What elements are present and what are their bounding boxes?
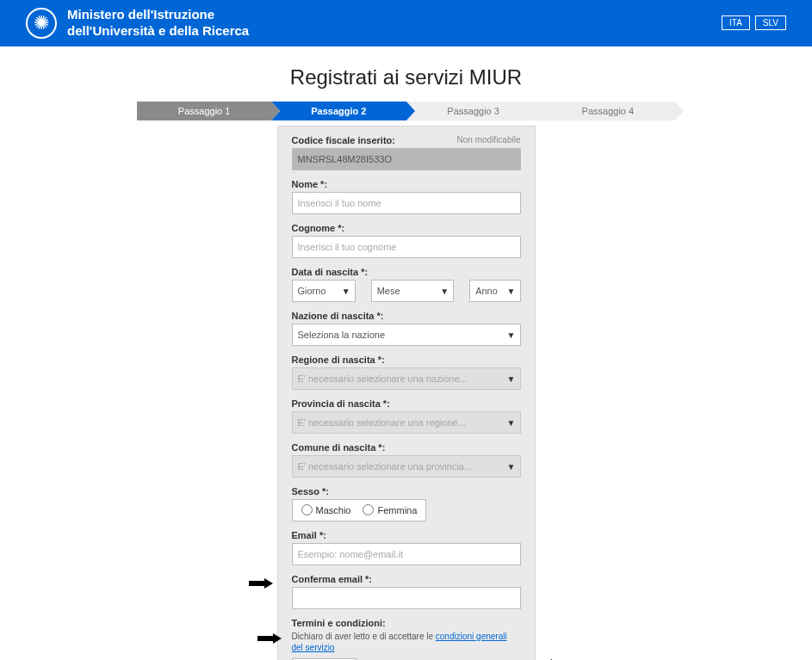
giorno-select[interactable]: Giorno [292,280,356,302]
comune-label: Comune di nascita *: [292,442,521,453]
cf-field-group: Codice fiscale inserito: Non modificabil… [292,135,521,170]
termini-text: Dichiaro di aver letto e di accettare le… [292,631,521,653]
cognome-label: Cognome *: [292,223,521,233]
anno-select[interactable]: Anno [469,280,520,302]
regione-label: Regione di nascita *: [292,355,521,365]
step-1[interactable]: Passaggio 1 [137,102,271,120]
maschio-radio[interactable] [301,504,313,515]
header-title-line2: dell'Università e della Ricerca [67,23,249,40]
sesso-radio-group: Maschio Femmina [292,499,427,521]
nome-label: Nome *: [292,179,521,189]
header-title-line1: Ministero dell'Istruzione [67,7,249,23]
conferma-email-input[interactable] [292,587,521,609]
maschio-radio-label[interactable]: Maschio [301,504,351,515]
cf-label: Codice fiscale inserito: Non modificabil… [292,135,521,145]
provincia-label: Provincia di nascita *: [292,398,521,409]
femmina-radio[interactable] [363,504,374,515]
stepper: Passaggio 1 Passaggio 2 Passaggio 3 Pass… [137,102,675,120]
sesso-label: Sesso *: [292,486,521,497]
annotation-arrow-icon [249,578,275,589]
femmina-radio-label[interactable]: Femmina [363,504,417,515]
registration-form: Codice fiscale inserito: Non modificabil… [277,126,536,661]
email-label: Email *: [292,530,521,540]
header-left: ✺ Ministero dell'Istruzione dell'Univers… [26,7,249,40]
cf-input [292,148,521,170]
header-right: ITA SLV [722,15,786,30]
comune-select: E' necessario selezionare una provincia.… [292,455,521,478]
step-3: Passaggio 3 [406,102,541,120]
nazione-select[interactable]: Seleziona la nazione [292,324,521,346]
page-title: Registrati ai servizi MIUR [0,65,812,89]
annotation-arrow-icon [257,633,283,644]
termini-label: Termini e condizioni: [292,618,521,628]
data-nascita-label: Data di nascita *: [292,267,521,277]
nazione-label: Nazione di nascita *: [292,311,521,321]
cognome-input[interactable] [292,236,521,258]
top-header: ✺ Ministero dell'Istruzione dell'Univers… [0,0,812,46]
step-2: Passaggio 2 [271,102,406,120]
nome-input[interactable] [292,192,521,214]
provincia-select: E' necessario selezionare una regione... [292,411,521,434]
cf-readonly-note: Non modificabile [457,135,521,145]
conferma-email-label: Conferma email *: [292,574,521,584]
email-input[interactable] [292,543,521,565]
mese-select[interactable]: Mese [371,280,454,302]
miur-logo-icon: ✺ [26,8,57,39]
lang-ita-button[interactable]: ITA [722,15,750,30]
lang-slv-button[interactable]: SLV [755,15,786,30]
step-4: Passaggio 4 [541,102,675,120]
header-title: Ministero dell'Istruzione dell'Universit… [67,7,249,40]
regione-select: E' necessario selezionare una nazione... [292,367,521,390]
